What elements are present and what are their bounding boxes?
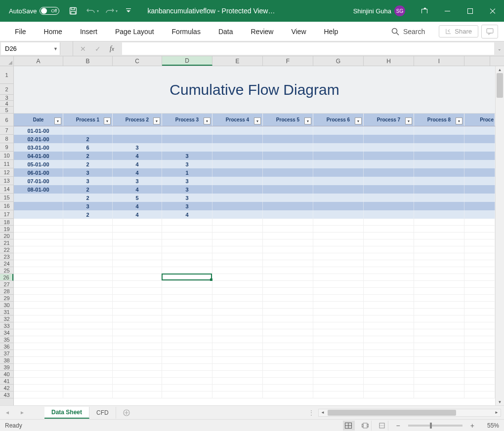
cell[interactable] bbox=[212, 219, 263, 226]
cell[interactable] bbox=[113, 309, 162, 315]
cell[interactable] bbox=[212, 281, 263, 288]
cell[interactable] bbox=[162, 226, 212, 233]
row-header-12[interactable]: 12 bbox=[0, 168, 13, 177]
cell-date[interactable]: 02-01-00 bbox=[14, 135, 63, 143]
cell[interactable] bbox=[364, 260, 414, 267]
cell[interactable] bbox=[414, 371, 464, 378]
cell[interactable] bbox=[63, 322, 113, 329]
row-header-24[interactable]: 24 bbox=[0, 260, 13, 267]
row-header-4[interactable]: 4 bbox=[0, 101, 13, 107]
select-all-corner[interactable] bbox=[0, 56, 14, 66]
cell[interactable] bbox=[63, 295, 113, 302]
cell[interactable] bbox=[162, 274, 212, 281]
cell[interactable] bbox=[14, 329, 63, 336]
row-header-2[interactable]: 2 bbox=[0, 84, 13, 95]
autosave-toggle[interactable]: AutoSave Off bbox=[9, 7, 59, 15]
cell[interactable] bbox=[162, 336, 212, 343]
ribbon-tab-formulas[interactable]: Formulas bbox=[163, 22, 210, 41]
scroll-right-icon[interactable]: ► bbox=[493, 410, 501, 415]
column-header-B[interactable]: B bbox=[63, 56, 113, 66]
cell[interactable] bbox=[263, 233, 313, 239]
name-box[interactable]: D26 ▼ bbox=[1, 42, 60, 55]
zoom-slider[interactable] bbox=[408, 425, 462, 427]
zoom-in-button[interactable]: + bbox=[467, 422, 477, 430]
cell-date[interactable] bbox=[14, 194, 63, 202]
cell[interactable] bbox=[414, 281, 464, 288]
column-header-A[interactable]: A bbox=[14, 56, 63, 66]
cell[interactable]: 4 bbox=[113, 168, 162, 177]
cell[interactable]: 3 bbox=[113, 143, 162, 152]
cell[interactable] bbox=[313, 288, 364, 295]
cell[interactable] bbox=[113, 246, 162, 253]
cell[interactable] bbox=[313, 143, 364, 152]
cell[interactable] bbox=[63, 253, 113, 260]
cell[interactable] bbox=[263, 315, 313, 322]
cell-date[interactable]: 04-01-00 bbox=[14, 152, 63, 160]
cell[interactable] bbox=[414, 160, 464, 168]
cell[interactable] bbox=[14, 219, 63, 226]
cell[interactable] bbox=[414, 364, 464, 371]
cell[interactable] bbox=[212, 392, 263, 398]
row-header-38[interactable]: 38 bbox=[0, 357, 13, 364]
cell[interactable] bbox=[162, 288, 212, 295]
cell[interactable] bbox=[263, 253, 313, 260]
cell[interactable] bbox=[263, 336, 313, 343]
cell[interactable] bbox=[364, 315, 414, 322]
cell[interactable] bbox=[263, 260, 313, 267]
cell[interactable] bbox=[162, 364, 212, 371]
cell[interactable] bbox=[162, 246, 212, 253]
cell[interactable] bbox=[14, 239, 63, 246]
cell[interactable]: 3 bbox=[162, 185, 212, 194]
cell[interactable] bbox=[113, 260, 162, 267]
cell[interactable] bbox=[414, 309, 464, 315]
cell[interactable] bbox=[263, 350, 313, 357]
row-header-11[interactable]: 11 bbox=[0, 160, 13, 168]
cell[interactable] bbox=[63, 239, 113, 246]
cell[interactable] bbox=[212, 364, 263, 371]
cell[interactable]: 3 bbox=[63, 168, 113, 177]
cell[interactable] bbox=[414, 226, 464, 233]
enter-formula-icon[interactable]: ✓ bbox=[95, 45, 101, 53]
row-header-40[interactable]: 40 bbox=[0, 371, 13, 378]
cell[interactable] bbox=[414, 295, 464, 302]
row-header-27[interactable]: 27 bbox=[0, 281, 13, 288]
row-header-35[interactable]: 35 bbox=[0, 336, 13, 343]
filter-icon[interactable]: ▼ bbox=[355, 118, 362, 124]
cell[interactable] bbox=[162, 260, 212, 267]
row-header-5[interactable]: 5 bbox=[0, 107, 13, 114]
row-header-3[interactable]: 3 bbox=[0, 95, 13, 101]
cell[interactable] bbox=[364, 160, 414, 168]
row-header-30[interactable]: 30 bbox=[0, 302, 13, 309]
filter-icon[interactable]: ▼ bbox=[254, 118, 261, 124]
cell[interactable] bbox=[63, 302, 113, 309]
cell[interactable] bbox=[263, 385, 313, 392]
cell[interactable] bbox=[162, 126, 212, 135]
cell[interactable] bbox=[63, 260, 113, 267]
table-header-partial[interactable]: Proce bbox=[464, 114, 495, 126]
row-header-22[interactable]: 22 bbox=[0, 246, 13, 253]
row-header-39[interactable]: 39 bbox=[0, 364, 13, 371]
zoom-out-button[interactable]: − bbox=[393, 422, 403, 430]
cell[interactable] bbox=[14, 309, 63, 315]
cell[interactable] bbox=[263, 281, 313, 288]
cell[interactable] bbox=[113, 281, 162, 288]
cell[interactable] bbox=[464, 210, 495, 219]
cell[interactable] bbox=[313, 392, 364, 398]
cell[interactable] bbox=[364, 371, 414, 378]
row-header-19[interactable]: 19 bbox=[0, 226, 13, 233]
cell[interactable] bbox=[263, 194, 313, 202]
cell[interactable] bbox=[414, 246, 464, 253]
cell[interactable] bbox=[162, 253, 212, 260]
cell[interactable] bbox=[212, 329, 263, 336]
cell[interactable] bbox=[364, 357, 414, 364]
cell[interactable] bbox=[113, 336, 162, 343]
row-header-15[interactable]: 15 bbox=[0, 194, 13, 202]
cell[interactable] bbox=[364, 295, 414, 302]
cell[interactable] bbox=[313, 329, 364, 336]
cell[interactable] bbox=[113, 295, 162, 302]
cell[interactable] bbox=[364, 309, 414, 315]
cell[interactable] bbox=[63, 371, 113, 378]
cell[interactable]: 4 bbox=[113, 160, 162, 168]
cell[interactable] bbox=[414, 202, 464, 210]
cell[interactable] bbox=[162, 378, 212, 385]
